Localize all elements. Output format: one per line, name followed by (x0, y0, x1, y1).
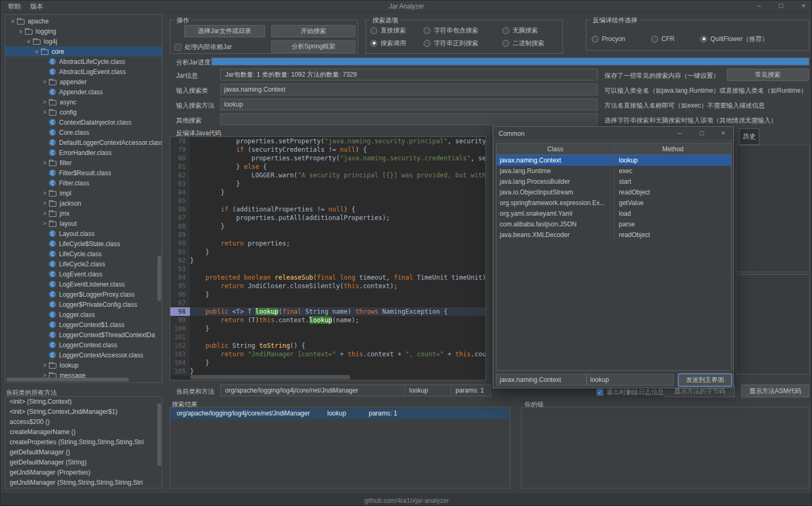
common-dialog-titlebar[interactable]: Common – □ × (493, 127, 733, 141)
chevron-right-icon[interactable]: > (40, 190, 49, 196)
code-line-86[interactable]: 86 if (additionalProperties != null) { (170, 205, 485, 214)
code-line-97[interactable]: 97 (170, 299, 485, 307)
code-line-99[interactable]: 99 return (T)this.context.lookup(name); (170, 316, 485, 324)
show-asm-button[interactable]: 显示方法ASM代码 (741, 385, 809, 397)
radio-option-QuiltFlower（推荐）[interactable]: QuiltFlower（推荐） (700, 34, 768, 44)
tree-item-LifeCycle.class[interactable]: CLifeCycle.class (5, 249, 162, 259)
tree-item-LoggerContext$ThreadContextDa[interactable]: CLoggerContext$ThreadContextDa (5, 330, 162, 340)
chevron-right-icon[interactable]: > (40, 160, 49, 166)
common-table-header-method[interactable]: Method (615, 143, 731, 154)
delete-log-checkbox-icon[interactable]: ✓ (596, 389, 603, 396)
common-table-row[interactable]: org.springframework.expression.Ex...getV… (496, 198, 731, 208)
tree-item-Filter.class[interactable]: CFilter.class (5, 178, 162, 188)
analyze-spring-button[interactable]: 分析Spring框架 (271, 40, 355, 53)
tree-item-LifeCycle2.class[interactable]: CLifeCycle2.class (5, 259, 162, 269)
tree-vertical-scrollbar[interactable] (158, 256, 161, 301)
radio-option-字符串包含搜索[interactable]: 字符串包含搜索 (424, 26, 502, 35)
chevron-right-icon[interactable]: > (40, 210, 49, 216)
method-list-item[interactable]: getJndiManager (String,String,String,Str… (5, 478, 162, 488)
radio-option-搜索调用[interactable]: 搜索调用 (370, 38, 424, 48)
tree-item-async[interactable]: >async (5, 97, 162, 107)
tree-item-Logger$PrivateConfig.class[interactable]: CLogger$PrivateConfig.class (5, 299, 162, 309)
search-method-input[interactable] (220, 99, 598, 110)
dialog-close-icon[interactable]: × (718, 128, 728, 140)
tree-item-config[interactable]: >config (5, 107, 162, 117)
tree-item-LogEvent.class[interactable]: CLogEvent.class (5, 269, 162, 279)
tree-item-impl[interactable]: >impl (5, 188, 162, 198)
chevron-down-icon[interactable]: ∨ (9, 18, 17, 24)
method-list-item[interactable]: getDefaultManager (String) (5, 458, 162, 468)
minimize-icon[interactable]: – (754, 1, 764, 12)
close-icon[interactable]: × (799, 1, 808, 12)
maximize-icon[interactable]: □ (776, 1, 786, 12)
tree-item-AbstractLifeCycle.class[interactable]: CAbstractLifeCycle.class (5, 56, 162, 67)
method-list-item[interactable]: <init> (String,Context,JndiManager$1) (5, 407, 162, 417)
tree-item-ErrorHandler.class[interactable]: CErrorHandler.class (5, 148, 162, 158)
search-class-input[interactable] (220, 84, 598, 95)
delete-log-checkbox-row[interactable]: ✓ 退出时删除日志信息 (596, 388, 664, 397)
code-line-89[interactable]: 89 (170, 231, 485, 239)
chevron-right-icon[interactable]: > (40, 79, 49, 85)
tree-item-logging[interactable]: ∨logging (5, 26, 162, 36)
tree-item-core[interactable]: ∨core (5, 46, 162, 56)
code-line-101[interactable]: 101 (170, 333, 485, 341)
tree-item-Logger.class[interactable]: CLogger.class (5, 309, 162, 320)
tree-item-Core.class[interactable]: CCore.class (5, 127, 162, 137)
radio-option-Procyon[interactable]: Procyon (592, 34, 651, 44)
code-line-104[interactable]: 104 } (170, 358, 485, 367)
code-line-84[interactable]: 84 } (170, 188, 485, 197)
code-line-92[interactable]: 92} (170, 256, 485, 265)
tree-item-Logger$LoggerProxy.class[interactable]: CLogger$LoggerProxy.class (5, 289, 162, 299)
code-line-80[interactable]: 80 properties.setProperty("java.naming.s… (170, 154, 485, 162)
method-list-item[interactable]: access$200 () (5, 417, 162, 427)
tree-item-layout[interactable]: >layout (5, 218, 162, 228)
common-table-row[interactable]: java.io.ObjectInputStreamreadObject (496, 187, 731, 198)
tree-item-apache[interactable]: ∨apache (5, 16, 162, 26)
code-line-85[interactable]: 85 (170, 197, 485, 205)
chevron-right-icon[interactable]: > (40, 221, 49, 226)
code-line-83[interactable]: 83 } (170, 179, 485, 188)
tree-item-filter[interactable]: >filter (5, 158, 162, 168)
method-list-item[interactable]: <init> (String,Context) (5, 397, 162, 407)
chevron-right-icon[interactable]: > (40, 109, 49, 115)
code-line-88[interactable]: 88 } (170, 222, 485, 231)
method-list-item[interactable]: getJndiManager (Properties) (5, 468, 162, 478)
code-line-90[interactable]: 90 return properties; (170, 239, 485, 248)
chevron-right-icon[interactable]: > (40, 99, 49, 105)
code-line-95[interactable]: 95 return JndiCloser.closeSilently(this.… (170, 282, 485, 290)
tree-item-AbstractLogEvent.class[interactable]: CAbstractLogEvent.class (5, 67, 162, 77)
common-table-row[interactable]: javax.naming.Contextlookup (496, 155, 731, 166)
code-line-78[interactable]: 78 properties.setProperty("java.naming.s… (170, 137, 485, 145)
code-line-100[interactable]: 100 } (170, 324, 485, 333)
code-line-96[interactable]: 96 } (170, 290, 485, 299)
tree-item-Layout.class[interactable]: CLayout.class (5, 228, 162, 239)
tree-item-LoggerContextAccessor.class[interactable]: CLoggerContextAccessor.class (5, 350, 162, 360)
common-table-row[interactable]: org.yaml.snakeyaml.Yamlload (496, 208, 731, 219)
methods-vertical-scrollbar[interactable] (158, 403, 161, 466)
radio-option-CFR[interactable]: CFR (651, 34, 700, 44)
code-line-91[interactable]: 91 } (170, 248, 485, 256)
chevron-down-icon[interactable]: ∨ (24, 38, 33, 44)
tab-history[interactable]: 历史 (739, 128, 759, 145)
tree-item-LoggerContext$1.class[interactable]: CLoggerContext$1.class (5, 320, 162, 330)
checkbox-icon[interactable] (175, 44, 181, 51)
tree-item-Appender.class[interactable]: CAppender.class (5, 87, 162, 97)
titlebar[interactable]: 帮助 版本 Jar Analyzer – □ × (1, 1, 812, 12)
tree-item-LifeCycle$State.class[interactable]: CLifeCycle$State.class (5, 239, 162, 249)
dialog-minimize-icon[interactable]: – (675, 128, 684, 140)
chevron-down-icon[interactable]: ∨ (32, 48, 41, 54)
tree-item-LoggerContext.class[interactable]: CLoggerContext.class (5, 340, 162, 350)
method-list-item[interactable]: createProperties (String,String,String,S… (5, 437, 162, 447)
radio-option-字符串正则搜索[interactable]: 字符串正则搜索 (424, 38, 502, 48)
tree-horizontal-scrollbar[interactable] (6, 378, 129, 381)
common-class-input[interactable] (496, 374, 586, 386)
method-list-item[interactable]: createManagerName () (5, 427, 162, 437)
method-list-item[interactable]: getDefaultManager () (5, 447, 162, 458)
code-line-79[interactable]: 79 if (securityCredentials != null) { (170, 145, 485, 154)
chevron-down-icon[interactable]: ∨ (16, 28, 25, 34)
tree-item-lookup[interactable]: >lookup (5, 360, 162, 370)
common-table-row[interactable]: java.beans.XMLDecoderreadObject (496, 230, 731, 240)
tree-item-Filter$Result.class[interactable]: CFilter$Result.class (5, 168, 162, 178)
inner-jar-checkbox-row[interactable]: 处理内部依赖Jar (175, 43, 232, 52)
tree-item-jmx[interactable]: >jmx (5, 208, 162, 218)
